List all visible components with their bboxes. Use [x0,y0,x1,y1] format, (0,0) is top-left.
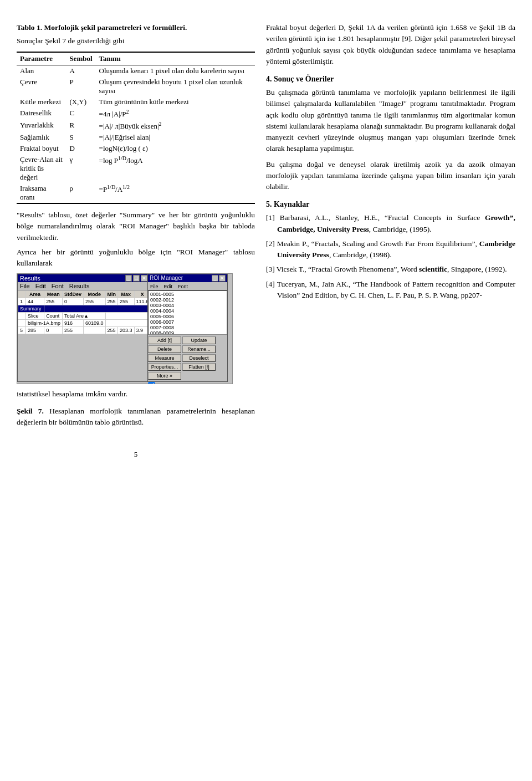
roi-titlebar: ROI Manager _ ✕ [148,274,227,282]
flatten-btn[interactable]: Flatten [f] [182,363,216,371]
table-title: Tablo 1. Morfolojik şekil parametreleri … [17,22,255,33]
section4-title: 4. Sonuç ve Öneriler [266,75,515,84]
symbol-cevre: P [66,76,95,96]
table-row: 1 44 255 0 255 255 255 111.6 4.6 111.6 [18,298,150,305]
rename-btn[interactable]: Rename... [182,345,216,353]
table-row: Kütle merkezi (X,Y) Tüm görüntünün kütle… [17,96,255,108]
symbol-saglamlik: S [66,132,95,143]
intro-paragraph: Fraktal boyut değerleri D, Şekil 1A da v… [266,22,515,67]
section5-title: 5. Kaynaklar [266,200,515,209]
param-alan: Alan [17,65,66,76]
results-menubar: File Edit Font Results [18,282,150,290]
left-column: Tablo 1. Morfolojik şekil parametreleri … [17,22,255,759]
ref-4: [4] Tuceryan, M., Jain AK., “The Handboo… [266,279,515,302]
results-win-controls[interactable]: _ □ ✕ [125,275,147,282]
subtitle: Sonuçlar Şekil 7 de gösterildiği gibi [17,35,255,47]
col-max: Max [118,291,135,298]
menu-edit[interactable]: Edit [35,283,46,289]
update-btn[interactable]: Update [182,336,216,344]
roi-menu-edit[interactable]: Edit [164,284,173,289]
results-data-table: Area Mean StdDev Mode Min Max X Y XM [18,290,150,334]
table-row: Sağlamlık S =|A|/|Eğrisel alan| [17,132,255,143]
show-all-label: Show All [156,383,176,385]
symbol-dairesellik: C [66,108,95,120]
list-item[interactable]: 0004-0004 [149,308,226,314]
col-mode: Mode [84,291,106,298]
roi-minimize[interactable]: _ [212,275,218,282]
col-min: Min [105,291,118,298]
roi-title-text: ROI Manager [150,275,183,282]
roi-win-controls[interactable]: _ ✕ [212,275,226,282]
def-yuvarlaklık: =|A|/ л|Büyük eksen|2 [96,120,255,132]
roi-list: 0001-0005 0002-0012 0003-0004 0004-0004 … [148,290,227,335]
def-cevre: Oluşum çevresindeki boyutu 1 pixel olan … [96,76,255,96]
param-saglamlik: Sağlamlık [17,132,66,143]
table-row: Summary [18,305,150,313]
minimize-btn[interactable]: _ [125,275,132,282]
col-mean: Mean [44,291,63,298]
table-row: Dairesellik C =4л |A|/P2 [17,108,255,120]
list-item[interactable]: 0005-0006 [149,314,226,319]
show-all-check[interactable]: Show All [148,382,227,384]
ref-1: [1] Barbarasi, A.L., Stanley, H.E., “Fra… [266,212,515,235]
close-btn[interactable]: ✕ [141,275,147,282]
menu-results[interactable]: Results [69,283,90,289]
ref-2: [2] Meakin P., “Fractals, Scaling and Gr… [266,238,515,261]
menu-file[interactable]: File [20,283,30,289]
table-row: 5 285 0 255 255 203.3 3.9 203.3 [18,327,150,334]
fig7-text: Hesaplanan morfolojik tanımlanan paramet… [17,407,255,426]
param-cevre: Çevre [17,76,66,96]
def-kutle: Tüm görüntünün kütle merkezi [96,96,255,108]
results-titlebar: Results _ □ ✕ [18,274,150,282]
deselect-btn[interactable]: Deselect [182,354,216,362]
table-row: Fraktal boyut D =logN(ε)/log ( ε) [17,143,255,154]
roi-menubar: File Edit Font [148,283,227,290]
show-all-checkbox[interactable] [148,382,155,384]
page-number: 5 [17,450,255,459]
param-dairesellik: Dairesellik [17,108,66,120]
col-stddev: StdDev [63,291,84,298]
results-text: "Results" tablosu, özet değerler "Summar… [17,210,255,243]
col-header-sembol: Sembol [66,52,95,65]
param-iraksama: Iraksama oranı [17,183,66,203]
param-kutle: Kütle merkezi [17,96,66,108]
symbol-alan: A [66,65,95,76]
measure-btn[interactable]: Measure [148,354,181,362]
delete-btn[interactable]: Delete [148,345,181,353]
roi-menu-font[interactable]: Font [178,284,188,289]
table-row: bilişim-1A.bmp 916 60109.0 [18,320,150,327]
section4-text2: Bu çalışma doğal ve deneysel olarak üret… [266,159,515,193]
roi-menu-file[interactable]: File [150,284,158,289]
list-item[interactable]: 0007-0008 [149,325,226,330]
add-btn[interactable]: Add [t] [148,336,181,344]
symbol-fraktal: D [66,143,95,154]
list-item[interactable]: 0008-0009 [149,330,226,335]
list-item[interactable]: 0001-0005 [149,292,226,297]
table-row: Slice Count Total Are▲ [18,313,150,320]
col-header-tanimi: Tanımı [96,52,255,65]
symbol-kutle: (X,Y) [66,96,95,108]
table-row: Çevre-Alan aitkritik üs değeri γ =log P1… [17,154,255,183]
more-btn[interactable]: More » [148,372,181,380]
maximize-btn[interactable]: □ [133,275,140,282]
symbol-iraksama: ρ [66,183,95,203]
stats-text: istatistiksel hesaplama imkânı vardır. [17,389,255,400]
list-item[interactable]: 0003-0004 [149,303,226,308]
menu-font[interactable]: Font [52,283,64,289]
also-text: Ayrıca her bir görüntü yoğunluklu bölge … [17,247,255,269]
screenshot-image: Results _ □ ✕ File Edit Font Results [17,273,233,384]
def-cevre-alan: =log P1/D/logA [96,154,255,183]
roi-close[interactable]: ✕ [219,275,226,282]
table-row: Çevre P Oluşum çevresindeki boyutu 1 pix… [17,76,255,96]
fig7-caption: Şekil 7. Hesaplanan morfolojik tanımlana… [17,406,255,428]
section4-text1: Bu çalışmada görüntü tanımlama ve morfol… [266,87,515,155]
def-saglamlik: =|A|/|Eğrisel alan| [96,132,255,143]
right-column: Fraktal boyut değerleri D, Şekil 1A da v… [266,22,515,759]
list-item[interactable]: 0002-0012 [149,297,226,303]
parameter-table: Parametre Sembol Tanımı Alan A Oluşumda … [17,52,255,205]
param-cevre-alan: Çevre-Alan aitkritik üs değeri [17,154,66,183]
table-row: Alan A Oluşumda kenarı 1 pixel olan dolu… [17,65,255,76]
list-item[interactable]: 0006-0007 [149,319,226,325]
roi-buttons-panel: Add [t] Update Delete Rename... Measure … [148,336,227,384]
properties-btn[interactable]: Properties... [148,363,181,371]
